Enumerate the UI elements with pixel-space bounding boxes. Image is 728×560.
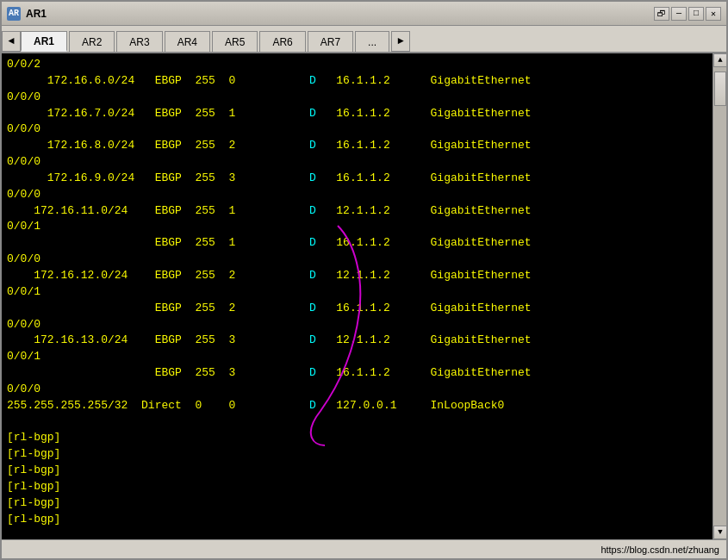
tab-ar6[interactable]: AR6 <box>259 31 305 52</box>
tab-ar1[interactable]: AR1 <box>21 31 67 52</box>
tab-prev-button[interactable]: ◄ <box>2 31 21 52</box>
tab-bar: ◄ AR1 AR2 AR3 AR4 AR5 AR6 AR7 ... ► <box>2 26 726 53</box>
app-icon: AR <box>7 7 21 21</box>
close-button[interactable]: ✕ <box>706 7 721 21</box>
tab-next-button[interactable]: ► <box>391 31 410 52</box>
tab-more[interactable]: ... <box>355 31 389 52</box>
restore-button[interactable]: 🗗 <box>654 7 669 21</box>
tab-ar7[interactable]: AR7 <box>308 31 353 52</box>
terminal-wrapper: 0/0/2 172.16.6.0/24 EBGP 255 0 D 16.1.1.… <box>2 53 712 539</box>
maximize-button[interactable]: □ <box>688 7 704 21</box>
title-bar: AR AR1 🗗 — □ ✕ <box>2 2 726 26</box>
main-window: AR AR1 🗗 — □ ✕ ◄ AR1 AR2 AR3 AR4 AR5 AR6… <box>0 0 728 560</box>
content-area: 0/0/2 172.16.6.0/24 EBGP 255 0 D 16.1.1.… <box>2 53 726 539</box>
status-url: https://blog.csdn.net/zhuang <box>600 544 719 555</box>
window-title: AR1 <box>26 8 654 20</box>
scroll-thumb[interactable] <box>714 72 726 106</box>
minimize-button[interactable]: — <box>671 7 687 21</box>
tab-ar2[interactable]: AR2 <box>69 31 115 52</box>
tab-ar4[interactable]: AR4 <box>165 31 210 52</box>
scroll-track[interactable] <box>713 67 726 526</box>
terminal[interactable]: 0/0/2 172.16.6.0/24 EBGP 255 0 D 16.1.1.… <box>2 53 712 539</box>
tab-ar3[interactable]: AR3 <box>116 31 162 52</box>
window-controls: 🗗 — □ ✕ <box>654 7 721 21</box>
status-bar: https://blog.csdn.net/zhuang <box>2 539 726 558</box>
scroll-down-button[interactable]: ▼ <box>713 526 726 539</box>
scroll-up-button[interactable]: ▲ <box>713 53 726 67</box>
tab-ar5[interactable]: AR5 <box>212 31 258 52</box>
scrollbar: ▲ ▼ <box>712 53 726 539</box>
